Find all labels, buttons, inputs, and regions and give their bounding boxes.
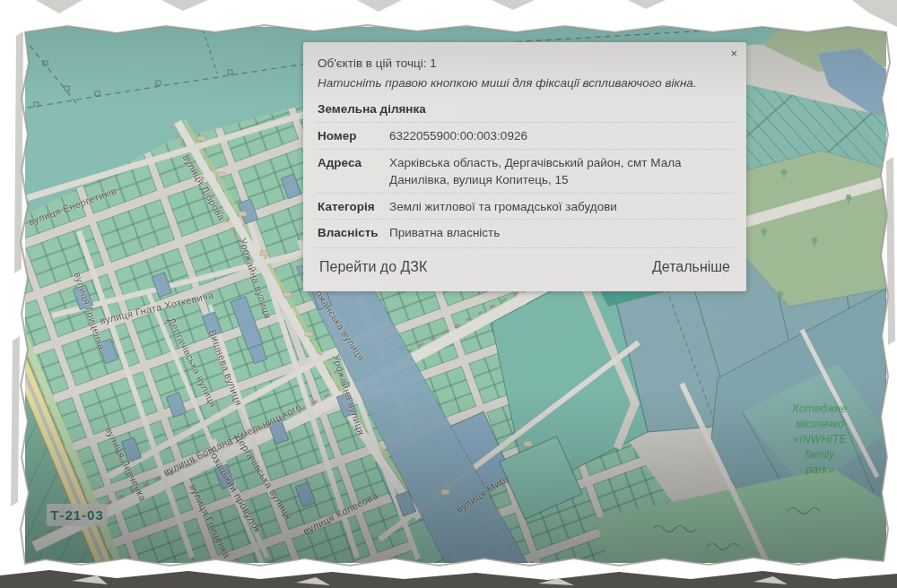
area-label-line: «INWHITE	[768, 432, 872, 447]
street-label: Урожайна вулиця	[331, 353, 367, 437]
popup-field-row: КатегоріяЗемлі житлової та громадської з…	[316, 193, 734, 220]
area-label-line: містечко	[768, 417, 872, 432]
area-label-line: Котеджне	[768, 402, 872, 417]
popup-field-row: ВласністьПриватна власність	[316, 219, 734, 246]
objects-count-line: Об'єктів в цій точці: 1	[318, 56, 734, 70]
map-photo[interactable]: вулиця Енергетиківвулиця Гриценкавулиця …	[25, 27, 886, 563]
street-label: вулиця Колесова	[301, 489, 379, 536]
street-label: вулиця Гната Хоткевича	[99, 290, 214, 326]
details-link[interactable]: Детальніше	[652, 259, 730, 275]
street-label: Урожайна вулиця	[238, 237, 274, 320]
section-title: Земельна ділянка	[318, 102, 734, 116]
field-value: Землі житлової та громадської забудови	[389, 198, 734, 216]
street-label: вулиця Енергетиків	[27, 186, 118, 228]
popup-field-row: Номер6322055900:00:003:0926	[316, 122, 734, 149]
field-label: Власність	[318, 224, 389, 242]
area-label-line: park»	[768, 463, 872, 478]
popup-field-row: АдресаХарківська область, Дергачівський …	[316, 149, 734, 193]
area-label: Котеджнемістечко«INWHITEfamilypark»	[768, 402, 872, 478]
go-to-dzk-link[interactable]: Перейти до ДЗК	[319, 259, 427, 275]
pin-hint-line: Натисніть правою кнопкою миші для фіксац…	[318, 76, 734, 90]
field-label: Номер	[318, 127, 389, 145]
street-label: вулиця Діброва	[181, 152, 228, 222]
field-value: 6322055900:00:003:0926	[389, 127, 734, 145]
parcel-info-popup: × Об'єктів в цій точці: 1 Натисніть прав…	[303, 42, 746, 291]
street-label: вулиця Гриценка	[187, 482, 232, 560]
area-label-line: family	[768, 447, 872, 463]
field-label: Адреса	[318, 154, 389, 189]
street-label: вулиця Гриценка	[73, 271, 108, 351]
street-label: вулиця Богдана Хмельницького	[161, 402, 303, 478]
road-number-badge: Т-21-03	[47, 504, 108, 526]
street-label: вулиця Левченка	[103, 425, 149, 503]
field-value: Приватна власність	[389, 224, 734, 242]
field-label: Категорія	[318, 198, 389, 216]
field-value: Харківська область, Дергачівський район,…	[389, 154, 734, 189]
popup-fields: Номер6322055900:00:003:0926АдресаХарківс…	[316, 122, 734, 246]
street-label: вулиця Миру	[454, 472, 511, 515]
close-icon[interactable]: ×	[730, 48, 737, 59]
